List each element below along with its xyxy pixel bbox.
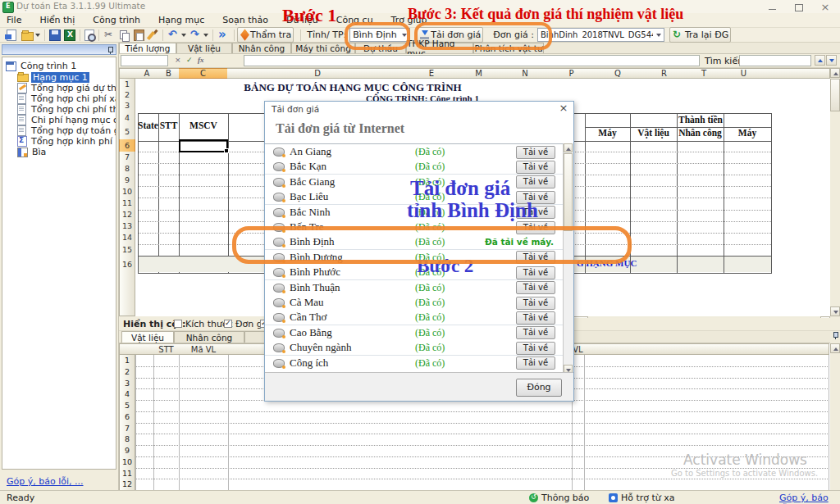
- row-header-4[interactable]: 4: [119, 111, 135, 125]
- row-header-1[interactable]: 1: [119, 79, 135, 90]
- province-row-13[interactable]: Chuyên ngành(Đã có)Tải về: [265, 340, 565, 356]
- bottom-row-header-2[interactable]: 2: [119, 366, 135, 379]
- tab-1[interactable]: Vật liệu: [176, 43, 232, 53]
- tree-root[interactable]: Công trình 1: [6, 61, 78, 71]
- vertical-scrollbar-top[interactable]: [830, 68, 840, 316]
- tai-ve-button[interactable]: Tải về: [516, 146, 555, 159]
- column-header-blank[interactable]: [767, 68, 830, 79]
- bottom-tab-0[interactable]: Vật liệu: [121, 331, 174, 343]
- run-button[interactable]: [216, 28, 231, 42]
- tham-tra-button[interactable]: Thẩm tra: [237, 27, 294, 43]
- tai-ve-button[interactable]: Tải về: [516, 175, 555, 188]
- province-row-0[interactable]: An Giang(Đã có)Tải về: [265, 144, 565, 160]
- corner-cell[interactable]: [119, 68, 136, 79]
- bottom-row-header-3[interactable]: 3: [119, 378, 135, 390]
- paste-button[interactable]: [132, 28, 146, 42]
- don-gia-combo[interactable]: BinhDinh_2018TNVL_DG5441: [537, 28, 664, 42]
- tai-ve-button[interactable]: Tải về: [516, 161, 555, 174]
- dong-button[interactable]: Đóng: [516, 379, 562, 397]
- column-header-M[interactable]: M: [455, 68, 503, 79]
- bottom-row-header-6[interactable]: 6: [119, 411, 135, 424]
- bottom-row-header-5[interactable]: 5: [119, 400, 135, 412]
- tai-ve-button[interactable]: Tải về: [516, 356, 555, 370]
- vertical-scrollbar-bottom[interactable]: [830, 331, 840, 490]
- row-header-7[interactable]: 7: [119, 152, 135, 164]
- bottom-row-header-10[interactable]: 10: [119, 456, 135, 469]
- fx-icon[interactable]: fx: [198, 56, 204, 64]
- scroll-thumb[interactable]: [830, 79, 840, 111]
- search-next-button[interactable]: [826, 55, 837, 66]
- feedback-link-sidebar[interactable]: Góp ý, báo lỗi, ...: [7, 476, 84, 487]
- row-header-8[interactable]: 8: [119, 163, 135, 175]
- row-header-12[interactable]: 12: [119, 209, 135, 221]
- tai-ve-button[interactable]: Tải về: [516, 281, 555, 294]
- column-header-U[interactable]: U: [720, 68, 768, 79]
- tai-ve-button[interactable]: Tải về: [516, 266, 555, 279]
- row-header-14[interactable]: 14: [119, 232, 135, 244]
- dialog-titlebar[interactable]: Tải đơn giá ×: [265, 102, 573, 116]
- menu-item-1[interactable]: Hiển thị: [39, 15, 75, 25]
- redo-button[interactable]: [188, 28, 210, 42]
- bottom-row-header-11[interactable]: 11: [119, 468, 135, 480]
- sidebar-item-7[interactable]: Bìa: [17, 147, 48, 157]
- bottom-row-header-8[interactable]: 8: [119, 434, 135, 446]
- bottom-row-header-7[interactable]: 7: [119, 423, 135, 435]
- menu-item-3[interactable]: Hạng mục: [158, 15, 204, 25]
- selected-cell-C6[interactable]: [179, 139, 228, 152]
- copy-button[interactable]: [117, 28, 132, 42]
- scroll-up-icon[interactable]: [830, 68, 840, 78]
- tai-ve-button[interactable]: Tải về: [516, 311, 555, 325]
- accept-entry-icon[interactable]: ✓: [186, 56, 193, 64]
- column-header-E[interactable]: E: [408, 68, 456, 79]
- open-button[interactable]: [20, 28, 42, 42]
- column-header-B[interactable]: B: [158, 68, 180, 79]
- row-header-13[interactable]: 13: [119, 220, 135, 233]
- maximize-button[interactable]: [791, 3, 807, 12]
- province-row-9[interactable]: Bình Thuận(Đã có)Tải về: [265, 280, 565, 296]
- scroll-up-icon[interactable]: [830, 343, 840, 353]
- ho-tro-label[interactable]: Hỗ trợ từ xa: [621, 493, 675, 503]
- export-excel-button[interactable]: [62, 28, 77, 42]
- row-header-2[interactable]: 2: [119, 89, 135, 101]
- name-box[interactable]: [121, 55, 168, 66]
- print-preview-button[interactable]: [83, 28, 96, 42]
- dialog-close-icon[interactable]: ×: [557, 102, 570, 115]
- province-row-14[interactable]: Công ích(Đã có)Tải về: [265, 356, 565, 371]
- column-header-T[interactable]: T: [687, 68, 721, 79]
- search-prev-button[interactable]: [815, 55, 825, 66]
- province-row-10[interactable]: Cà Mau(Đã có)Tải về: [265, 295, 565, 311]
- bottom-header-mavl[interactable]: Mã VL: [179, 343, 229, 355]
- bottom-header-rest[interactable]: [584, 343, 829, 355]
- column-header-A[interactable]: A: [135, 68, 159, 79]
- feedback-link-status[interactable]: Góp ý, báo lỗi, ...: [779, 493, 840, 504]
- bottom-row-header-1[interactable]: 1: [119, 355, 135, 367]
- notification-icon[interactable]: [529, 493, 538, 502]
- bottom-header-stt[interactable]: STT: [153, 343, 180, 355]
- checkbox-kich-thuoc[interactable]: [174, 320, 182, 328]
- column-header-D[interactable]: D: [227, 68, 409, 79]
- row-header-6[interactable]: 6: [119, 139, 135, 152]
- row-header-3[interactable]: 3: [119, 100, 135, 111]
- tai-ve-button[interactable]: Tải về: [516, 297, 555, 310]
- province-row-12[interactable]: Cao Bằng(Đã có)Tải về: [265, 325, 565, 341]
- bottom-row-header-9[interactable]: 9: [119, 445, 135, 457]
- sidebar-item-4[interactable]: Chi phí hạng mục chung: [17, 115, 116, 125]
- bottom-tab-1[interactable]: Nhân công: [174, 331, 244, 343]
- bottom-row-header-4[interactable]: 4: [119, 388, 135, 401]
- search-input[interactable]: [739, 55, 811, 66]
- pin-icon[interactable]: [107, 47, 113, 53]
- column-header-N[interactable]: N: [502, 68, 549, 79]
- row-header-10[interactable]: 10: [119, 186, 135, 198]
- scroll-down-icon[interactable]: [830, 306, 840, 316]
- undo-button[interactable]: [166, 28, 188, 42]
- province-row-1[interactable]: Bắc Kạn(Đã có)Tải về: [265, 159, 565, 175]
- sidebar-item-2[interactable]: Tổng hợp chi phí xây dựng: [17, 93, 116, 104]
- close-button[interactable]: [817, 3, 833, 12]
- formula-input[interactable]: [244, 55, 700, 66]
- save-button[interactable]: [48, 28, 62, 42]
- cancel-entry-icon[interactable]: ×: [175, 56, 181, 64]
- clean-button[interactable]: [146, 28, 160, 42]
- menu-item-0[interactable]: File: [7, 15, 21, 25]
- tab-0[interactable]: Tiền lượng: [119, 43, 176, 53]
- tra-lai-dg-button[interactable]: Tra lại ĐG: [669, 27, 731, 43]
